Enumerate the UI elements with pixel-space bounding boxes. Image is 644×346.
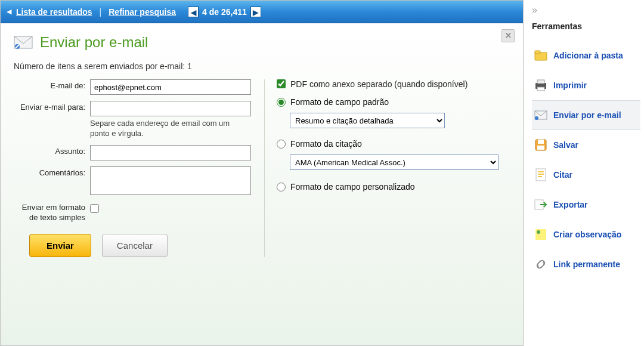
- cite-icon: [534, 169, 547, 181]
- cancel-button[interactable]: Cancelar: [102, 234, 168, 257]
- tool-save[interactable]: Salvar: [532, 130, 640, 160]
- dialog-title: Enviar por e-mail: [40, 34, 148, 51]
- svg-rect-6: [537, 87, 544, 91]
- tool-label: Enviar por e-mail: [553, 110, 621, 120]
- back-triangle-icon: ◀: [7, 8, 11, 16]
- tool-permalink[interactable]: Link permanente: [532, 249, 640, 279]
- plaintext-label: Enviar em formato de texto simples: [14, 203, 90, 223]
- svg-rect-13: [538, 171, 544, 172]
- export-icon: [534, 199, 547, 211]
- send-button[interactable]: Enviar: [29, 234, 91, 257]
- collapse-chevron-icon[interactable]: »: [532, 5, 640, 16]
- svg-point-18: [537, 230, 540, 234]
- tool-label: Imprimir: [553, 81, 587, 90]
- divider: |: [100, 7, 102, 17]
- tool-label: Citar: [553, 170, 572, 180]
- svg-rect-15: [538, 176, 542, 177]
- tool-export[interactable]: Exportar: [532, 190, 640, 220]
- tool-cite[interactable]: Citar: [532, 160, 640, 190]
- pager-prev-button[interactable]: ◀: [188, 7, 199, 17]
- svg-rect-10: [538, 140, 544, 144]
- pdf-attachment-label: PDF como anexo separado (quando disponív…: [290, 79, 467, 89]
- tool-note[interactable]: Criar observação: [532, 220, 640, 249]
- format-custom-radio[interactable]: [277, 183, 286, 191]
- permalink-icon: [534, 258, 547, 270]
- format-citation-label: Formato da citação: [290, 139, 362, 149]
- comments-label: Comentários:: [14, 166, 90, 197]
- plaintext-checkbox[interactable]: [90, 204, 99, 213]
- tool-label: Salvar: [553, 140, 578, 150]
- svg-rect-3: [535, 51, 540, 54]
- tool-add-folder[interactable]: Adicionar à pasta: [532, 41, 640, 70]
- svg-rect-14: [538, 174, 544, 175]
- sidebar-title: Ferramentas: [532, 21, 640, 31]
- email-dialog: ✕ Enviar por e-mail Número de itens a se…: [1, 23, 523, 345]
- comments-textarea[interactable]: [90, 166, 251, 195]
- results-list-link[interactable]: Lista de resultados: [16, 7, 92, 17]
- svg-rect-5: [537, 80, 544, 84]
- record-pager: ◀ 4 de 26,411 ▶: [188, 7, 261, 17]
- email-icon: [534, 109, 547, 121]
- main-panel: ◀ Lista de resultados | Refinar pesquisa…: [0, 0, 524, 346]
- email-form-right: PDF como anexo separado (quando disponív…: [264, 79, 510, 257]
- close-button[interactable]: ✕: [501, 29, 515, 42]
- item-count-text: Número de itens a serem enviados por e-m…: [14, 61, 510, 71]
- add-folder-icon: [534, 50, 547, 61]
- save-icon: [534, 139, 547, 151]
- tools-sidebar: » Ferramentas Adicionar à pastaImprimirE…: [524, 0, 644, 346]
- format-standard-label: Formato de campo padrão: [290, 97, 389, 107]
- to-hint: Separe cada endereço de email com um pon…: [90, 119, 251, 139]
- subject-label: Assunto:: [14, 145, 90, 160]
- format-standard-radio[interactable]: [277, 98, 286, 107]
- to-label: Enviar e-mail para:: [14, 101, 90, 139]
- refine-search-link[interactable]: Refinar pesquisa: [109, 7, 176, 17]
- pager-next-button[interactable]: ▶: [250, 7, 261, 17]
- note-icon: [534, 228, 547, 240]
- svg-rect-17: [535, 229, 546, 240]
- svg-rect-11: [537, 146, 544, 150]
- pdf-attachment-checkbox[interactable]: [277, 79, 286, 88]
- citation-format-select[interactable]: AMA (American Medical Assoc.): [290, 155, 499, 170]
- print-icon: [534, 79, 547, 91]
- format-citation-radio[interactable]: [277, 140, 286, 149]
- format-custom-label: Formato de campo personalizado: [290, 182, 415, 191]
- pager-position-text: 4 de 26,411: [202, 7, 247, 17]
- to-input[interactable]: [90, 101, 251, 116]
- standard-format-select[interactable]: Resumo e citação detalhada: [290, 113, 445, 128]
- tool-label: Criar observação: [553, 230, 621, 239]
- tool-print[interactable]: Imprimir: [532, 70, 640, 100]
- from-input[interactable]: [90, 79, 251, 95]
- email-form-left: E-mail de: Enviar e-mail para: Separe ca…: [14, 79, 264, 257]
- subject-input[interactable]: [90, 145, 251, 160]
- top-bar: ◀ Lista de resultados | Refinar pesquisa…: [1, 1, 523, 23]
- tool-email[interactable]: Enviar por e-mail: [532, 100, 640, 130]
- from-label: E-mail de:: [14, 79, 90, 95]
- tool-label: Exportar: [553, 200, 588, 209]
- tool-label: Link permanente: [553, 260, 620, 269]
- tool-label: Adicionar à pasta: [553, 51, 623, 60]
- svg-point-8: [535, 116, 538, 120]
- envelope-icon: [14, 35, 34, 50]
